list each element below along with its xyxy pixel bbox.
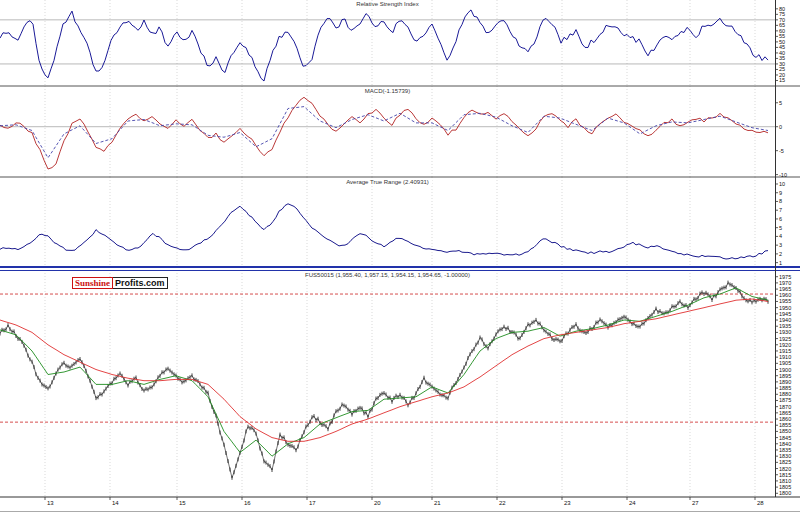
y-axis-label: 1870	[779, 404, 791, 410]
y-axis-label: 5	[779, 225, 782, 231]
chart-background	[0, 0, 800, 512]
y-axis-label: 1800	[779, 490, 791, 496]
y-axis-label: 1875	[779, 397, 791, 403]
watermark-sunshine-text: Sunshine	[72, 277, 113, 289]
x-axis-label: 24	[629, 500, 636, 507]
x-axis-label: 22	[499, 500, 506, 507]
y-axis-label: 1920	[779, 342, 791, 348]
y-axis-label: 4	[779, 233, 782, 239]
y-axis-label: 7	[779, 207, 782, 213]
y-axis-label: 1960	[779, 292, 791, 298]
sunshineprofits-watermark: SunshineProfits.com	[72, 278, 168, 289]
y-axis-label: -10	[779, 172, 787, 178]
y-axis-label: 1970	[779, 280, 791, 286]
x-axis-label: 27	[692, 500, 699, 507]
watermark-profits-text: Profits.com	[113, 277, 168, 289]
x-axis-label: 28	[757, 500, 764, 507]
y-axis-label: 6	[779, 216, 782, 222]
y-axis-label: 1940	[779, 317, 791, 323]
y-axis-label: 1945	[779, 311, 791, 317]
y-axis-label: 1810	[779, 478, 791, 484]
y-axis-label: 1905	[779, 360, 791, 366]
x-axis-label: 20	[374, 500, 381, 507]
x-axis-label: 15	[179, 500, 186, 507]
y-axis-label: 1835	[779, 447, 791, 453]
rsi-title-text: Relative Strength Index	[353, 1, 421, 7]
y-axis-label: 1975	[779, 274, 791, 280]
x-axis-label: 16	[244, 500, 251, 507]
y-axis-label: 1915	[779, 348, 791, 354]
atr-panel-title: Average True Range (2.40931)	[0, 179, 775, 186]
chart-canvas[interactable]	[0, 0, 800, 512]
y-axis-label: 1950	[779, 305, 791, 311]
y-axis-label: 1955	[779, 298, 791, 304]
trading-chart-screen: Relative Strength Index MACD(-1.15739) A…	[0, 0, 800, 512]
y-axis-label: 9	[779, 190, 782, 196]
y-axis-label: 1965	[779, 286, 791, 292]
x-axis-label: 23	[564, 500, 571, 507]
y-axis-label: 8	[779, 198, 782, 204]
y-axis-label: 1865	[779, 410, 791, 416]
y-axis-label: 1855	[779, 422, 791, 428]
macd-panel-title: MACD(-1.15739)	[0, 88, 775, 95]
price-title-text: FUS50015 (1,955.40, 1,957.15, 1,954.15, …	[302, 272, 473, 278]
y-axis-label: 3	[779, 242, 782, 248]
atr-title-text: Average True Range (2.40931)	[343, 179, 432, 185]
y-axis-label: 2	[779, 251, 782, 257]
y-axis-label: 1930	[779, 329, 791, 335]
y-axis-label: -5	[779, 148, 784, 154]
y-axis-label: 1840	[779, 441, 791, 447]
y-axis-label: 1820	[779, 466, 791, 472]
y-axis-label: 1815	[779, 472, 791, 478]
y-axis-label: 1805	[779, 484, 791, 490]
y-axis-label: 1860	[779, 416, 791, 422]
y-axis-label: 1895	[779, 373, 791, 379]
y-axis-label: 1885	[779, 385, 791, 391]
y-axis-label: 1910	[779, 354, 791, 360]
y-axis-label: 15	[779, 77, 785, 83]
macd-title-text: MACD(-1.15739)	[362, 88, 413, 94]
y-axis-label: 1925	[779, 336, 791, 342]
x-axis-label: 14	[112, 500, 119, 507]
y-axis-label: 1850	[779, 428, 791, 434]
y-axis-label: 1890	[779, 379, 791, 385]
y-axis-label: 1880	[779, 391, 791, 397]
y-axis-label: 1830	[779, 453, 791, 459]
x-axis-label: 13	[47, 500, 54, 507]
y-axis-label: 1900	[779, 367, 791, 373]
y-axis-label: 1845	[779, 435, 791, 441]
y-axis-label: 0	[779, 124, 782, 130]
y-axis-label: 5	[779, 100, 782, 106]
y-axis-label: 1	[779, 260, 782, 266]
x-axis-label: 17	[309, 500, 316, 507]
y-axis-label: 1825	[779, 459, 791, 465]
y-axis-label: 10	[779, 181, 785, 187]
rsi-panel-title: Relative Strength Index	[0, 1, 775, 8]
y-axis-label: 1935	[779, 323, 791, 329]
x-axis-label: 21	[434, 500, 441, 507]
